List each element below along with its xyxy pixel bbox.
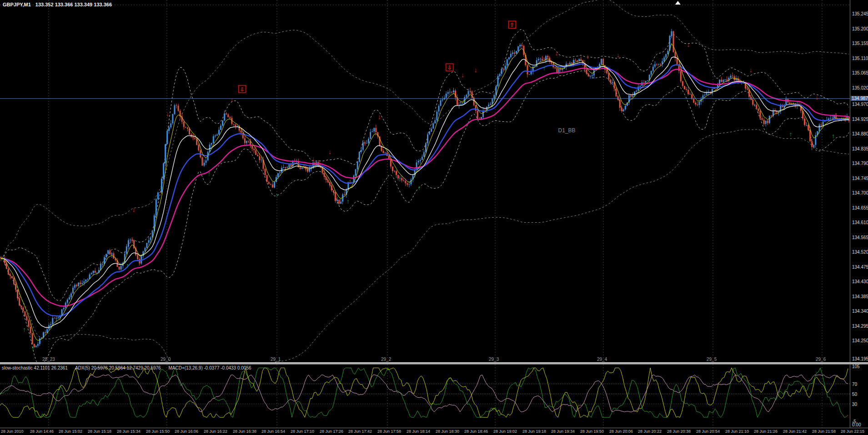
candle-body (344, 195, 345, 195)
time-axis-label: 28 Jun 17:58 (377, 429, 401, 434)
candle-body (83, 281, 85, 283)
candle-body (137, 255, 138, 259)
period-separator-label: 29_0 (161, 357, 171, 362)
price-axis-label: 135.065 (852, 70, 868, 75)
candle-body (442, 100, 443, 100)
candle-body (423, 152, 425, 157)
ma-magenta-line (1, 68, 849, 306)
candle-body (765, 120, 767, 124)
main-chart-canvas[interactable]: ↑↑↑↑↑↑↑↑↑↑↓↓↓↓↓↓↓↓↓↓↓↓↓↓⇩⇩⇧D1_BB (0, 0, 850, 362)
candle-body (776, 111, 778, 113)
candle-body (771, 116, 772, 116)
candle-body (470, 91, 471, 91)
candle-body (507, 59, 508, 65)
candle-body (222, 120, 223, 125)
stochastic-main-line (0, 368, 848, 417)
time-axis-label: 28 Jun 19:02 (493, 429, 517, 434)
indicator-pane[interactable]: slow-stochastic 42.1101 26.2361 ADX(5) 2… (0, 365, 850, 428)
candle-body (373, 128, 375, 131)
candle-body (233, 124, 235, 125)
signal-arrow-down: ↓ (687, 41, 690, 48)
main-chart-area[interactable]: ↑↑↑↑↑↑↑↑↑↑↓↓↓↓↓↓↓↓↓↓↓↓↓↓⇩⇩⇧D1_BB GBPJPY,… (0, 0, 850, 362)
candle-body (288, 165, 290, 168)
candle-body (192, 137, 194, 138)
time-axis[interactable]: 28 Jun 201028 Jun 14:4628 Jun 15:0228 Ju… (0, 428, 868, 435)
candle-body (785, 99, 787, 105)
signal-arrow-up: ↑ (276, 191, 279, 199)
time-axis-label: 28 Jun 22:15 (841, 429, 864, 434)
time-axis-label: 28 Jun 16:22 (204, 429, 227, 434)
candle-body (74, 285, 75, 288)
indicator-canvas[interactable] (0, 365, 850, 428)
candle-body (409, 184, 410, 185)
candle-body (172, 114, 173, 123)
indicator-axis-label: 105 (852, 364, 860, 369)
candle-body (150, 237, 151, 240)
candle-body (809, 130, 811, 141)
time-axis-label: 28 Jun 20:06 (609, 429, 633, 434)
candle-body (434, 120, 436, 123)
candle-body (619, 100, 621, 108)
period-separator-label: 29_5 (707, 357, 717, 362)
time-axis-label: 28 Jun 18:14 (406, 429, 430, 434)
indicator-label-adx: ADX(5) 20.5976 20.5864 12.7429 20.5976 (75, 365, 161, 370)
candle-body (342, 195, 343, 202)
candle-body (39, 338, 40, 344)
candle-body (497, 76, 499, 86)
indicator-axis-label: 70 (852, 382, 857, 387)
price-axis-label: 134.835 (852, 146, 868, 151)
candle-body (453, 90, 454, 92)
candle-body (13, 278, 15, 285)
time-axis-label: 28 Jun 2010 (1, 429, 24, 434)
candle-body (647, 80, 648, 81)
candle-body (28, 320, 30, 327)
candle-body (804, 119, 805, 125)
candle-body (215, 135, 216, 136)
price-axis-label: 135.020 (852, 85, 868, 90)
candle-body (634, 91, 635, 95)
candle-body (610, 80, 611, 83)
price-axis-label: 134.925 (852, 117, 868, 122)
candle-body (248, 141, 249, 141)
candle-body (411, 180, 412, 184)
candle-body (482, 110, 484, 117)
candle-body (811, 141, 813, 147)
time-axis-label: 28 Jun 20:22 (638, 429, 662, 434)
candle-body (732, 76, 733, 76)
top-marker-triangle (675, 1, 681, 5)
candle-body (547, 56, 548, 58)
signal-arrow-up: ↑ (542, 65, 546, 72)
signal-arrow-up: ↑ (832, 132, 835, 140)
candle-body (637, 87, 639, 91)
candle-body (542, 59, 543, 60)
candle-body (93, 271, 94, 273)
candle-body (261, 160, 262, 160)
candle-body (355, 170, 356, 176)
candle-body (658, 64, 659, 65)
candle-body (438, 106, 440, 112)
candle-body (813, 145, 814, 147)
candle-body (174, 105, 176, 115)
candle-body (630, 95, 632, 97)
candle-body (70, 293, 72, 297)
signal-arrow-down: ↓ (555, 50, 558, 57)
candle-body (656, 64, 657, 65)
candle-body (567, 64, 569, 64)
candle-body (575, 60, 576, 60)
time-axis-label: 28 Jun 20:54 (696, 429, 720, 434)
candle-body (265, 169, 266, 175)
candle-body (268, 182, 270, 184)
signal-arrow-down: ↓ (312, 155, 315, 162)
candle-body (695, 103, 696, 105)
candle-body (684, 86, 685, 89)
candle-body (364, 142, 366, 144)
candle-body (697, 105, 698, 105)
candle-body (362, 142, 364, 150)
candle-body (590, 76, 591, 77)
candle-body (55, 318, 57, 319)
candle-body (403, 180, 404, 181)
candle-body (96, 273, 98, 273)
signal-arrow-up: ↑ (346, 198, 350, 205)
bollinger-lower (1, 70, 849, 362)
candle-body (806, 125, 807, 125)
